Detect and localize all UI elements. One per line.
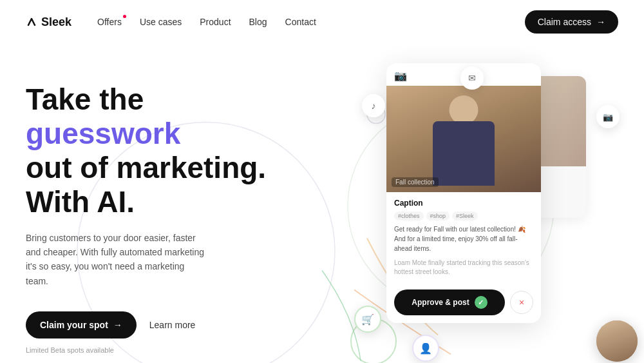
person-silhouette — [386, 86, 541, 192]
card-actions: Approve & post — [386, 283, 541, 323]
card-post-image: Fall collection — [386, 86, 541, 192]
learn-more-button[interactable]: Learn more — [149, 320, 196, 330]
offers-dot — [123, 15, 126, 18]
hero-section: Take the guesswork out of marketing. Wit… — [0, 44, 644, 363]
card-image-label: Fall collection — [392, 177, 439, 187]
caption-label: Caption — [394, 199, 533, 208]
logo-text: Sleek — [41, 15, 71, 29]
nav-link-offers[interactable]: Offers — [97, 17, 122, 27]
nav-link-usecases[interactable]: Use cases — [140, 17, 182, 27]
card-tags: #clothes #shop #Sleek — [394, 211, 533, 221]
card-instagram-icon: 📷 — [394, 70, 407, 82]
email-float-icon: ✉ — [460, 66, 484, 90]
tag-sleek: #Sleek — [452, 211, 478, 221]
post-approval-card: 📷 Fall collection Caption #clothes #shop… — [386, 63, 541, 323]
hero-title: Take the guesswork out of marketing. Wit… — [26, 83, 296, 219]
card-secondary-text: Loam Mote finally started tracking this … — [394, 259, 533, 277]
logo-icon — [26, 16, 37, 28]
navbar: Sleek Offers Use cases Product Blog Cont… — [0, 0, 644, 44]
instagram-float-icon-top: 📷 — [596, 105, 620, 128]
card-body: Caption #clothes #shop #Sleek Get ready … — [386, 192, 541, 283]
nav-links: Offers Use cases Product Blog Contact — [97, 17, 525, 27]
avatar-circle — [596, 320, 638, 362]
tag-clothes: #clothes — [394, 211, 424, 221]
hero-right-mockup: ♪ ✉ 📷 📷 Fall collection Caption #clothes — [335, 44, 644, 363]
avatar-image — [596, 320, 638, 362]
approve-post-button[interactable]: Approve & post — [394, 289, 505, 315]
nav-link-contact[interactable]: Contact — [285, 17, 316, 27]
beta-text: Limited Beta spots available — [26, 346, 296, 354]
hero-left: Take the guesswork out of marketing. Wit… — [26, 57, 296, 363]
tag-shop: #shop — [426, 211, 450, 221]
hero-subtitle: Bring customers to your door easier, fas… — [26, 231, 206, 289]
tiktok-float-icon: ♪ — [362, 94, 385, 117]
logo[interactable]: Sleek — [26, 15, 71, 29]
cart-float-icon: 🛒 — [354, 306, 381, 333]
reject-post-button[interactable] — [510, 291, 533, 314]
claim-spot-button[interactable]: Claim your spot → — [26, 311, 137, 338]
card-caption-text: Get ready for Fall with our latest colle… — [394, 224, 533, 253]
reject-icon — [519, 297, 524, 308]
nav-cta-button[interactable]: Claim access → — [525, 10, 618, 34]
hero-actions: Claim your spot → Learn more — [26, 311, 296, 338]
user-float-icon: 👤 — [412, 335, 439, 362]
nav-link-blog[interactable]: Blog — [249, 17, 267, 27]
nav-link-product[interactable]: Product — [200, 17, 231, 27]
approve-check-icon — [475, 296, 488, 309]
